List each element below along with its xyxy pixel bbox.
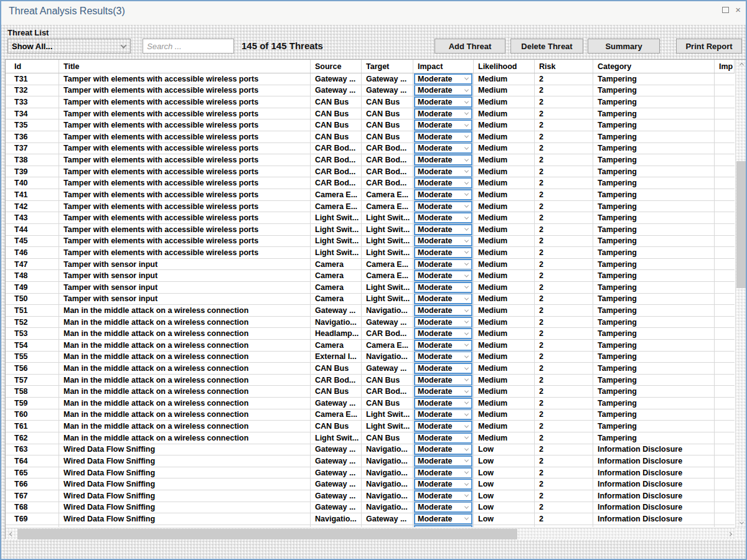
column-header-title[interactable]: Title	[59, 60, 311, 73]
table-row[interactable]: T58Man in the middle attack on a wireles…	[6, 386, 735, 398]
table-row[interactable]: T69Wired Data Flow SniffingNavigatio...G…	[6, 513, 735, 525]
impact-dropdown[interactable]: Moderate	[414, 305, 472, 316]
impact-dropdown[interactable]: Moderate	[414, 317, 472, 328]
table-row[interactable]: T56Man in the middle attack on a wireles…	[6, 363, 735, 375]
table-row[interactable]: T52Man in the middle attack on a wireles…	[6, 317, 735, 329]
table-row[interactable]: T66Wired Data Flow SniffingGateway ...Na…	[6, 478, 735, 490]
table-row[interactable]: T44Tamper with elements with accessible …	[6, 224, 735, 236]
add-threat-button[interactable]: Add Threat	[435, 39, 505, 54]
impact-dropdown[interactable]: Moderate	[414, 525, 472, 527]
table-row[interactable]: T59Man in the middle attack on a wireles…	[6, 398, 735, 409]
table-row[interactable]: T65Wired Data Flow SniffingGateway ...Na…	[6, 467, 735, 479]
impact-dropdown[interactable]: Moderate	[414, 154, 472, 166]
table-row[interactable]: T54Man in the middle attack on a wireles…	[6, 340, 735, 352]
column-header-source[interactable]: Source	[311, 60, 362, 73]
horizontal-scrollbar[interactable]	[6, 528, 735, 539]
impact-dropdown[interactable]: Moderate	[414, 478, 472, 490]
table-row[interactable]: T51Man in the middle attack on a wireles…	[6, 305, 735, 317]
table-row[interactable]: T50Tamper with sensor inputCameraLight S…	[6, 294, 735, 306]
impact-dropdown[interactable]: Moderate	[414, 513, 472, 525]
impact-dropdown[interactable]: Moderate	[414, 177, 472, 189]
table-row[interactable]: T35Tamper with elements with accessible …	[6, 119, 735, 131]
table-row[interactable]: T67Wired Data Flow SniffingGateway ...Na…	[6, 490, 735, 502]
impact-dropdown[interactable]: Moderate	[414, 444, 472, 455]
table-row[interactable]: T64Wired Data Flow SniffingGateway ...Na…	[6, 455, 735, 467]
scroll-up-icon[interactable]	[736, 60, 747, 70]
vertical-scrollbar-thumb[interactable]	[736, 161, 746, 288]
table-row[interactable]: T62Man in the middle attack on a wireles…	[6, 432, 735, 444]
impact-dropdown[interactable]: Moderate	[414, 363, 472, 374]
impact-dropdown[interactable]: Moderate	[414, 73, 472, 85]
table-row[interactable]: T47Tamper with sensor inputCameraCamera …	[6, 259, 735, 271]
table-row[interactable]: T32Tamper with elements with accessible …	[6, 85, 735, 97]
column-header-likelihood[interactable]: Likelihood	[474, 60, 535, 73]
column-header-id[interactable]: Id	[6, 60, 59, 73]
table-row[interactable]: T60Man in the middle attack on a wireles…	[6, 409, 735, 421]
table-row[interactable]: T41Tamper with elements with accessible …	[6, 189, 735, 201]
table-row[interactable]: T40Tamper with elements with accessible …	[6, 177, 735, 189]
table-row[interactable]: T63Wired Data Flow SniffingGateway ...Na…	[6, 444, 735, 456]
table-row[interactable]: T49Tamper with sensor inputCameraLight S…	[6, 282, 735, 294]
print-report-button[interactable]: Print Report	[676, 39, 742, 54]
table-row[interactable]: T38Tamper with elements with accessible …	[6, 154, 735, 166]
impact-dropdown[interactable]: Moderate	[414, 143, 472, 154]
table-row[interactable]: T48Tamper with sensor inputCameraCamera …	[6, 270, 735, 282]
table-row[interactable]: T34Tamper with elements with accessible …	[6, 108, 735, 120]
table-row[interactable]: T31Tamper with elements with accessible …	[6, 73, 735, 85]
column-header-category[interactable]: Category	[593, 60, 715, 73]
impact-dropdown[interactable]: Moderate	[414, 421, 472, 432]
impact-dropdown[interactable]: Moderate	[414, 270, 472, 281]
impact-dropdown[interactable]: Moderate	[414, 455, 472, 467]
filter-dropdown[interactable]: Show All...	[7, 39, 131, 54]
impact-dropdown[interactable]: Moderate	[414, 201, 472, 212]
impact-dropdown[interactable]: Moderate	[414, 282, 472, 293]
scroll-right-icon[interactable]	[724, 528, 735, 540]
impact-dropdown[interactable]: Moderate	[414, 131, 472, 142]
column-header-risk[interactable]: Risk	[535, 60, 593, 73]
table-row[interactable]: T46Tamper with elements with accessible …	[6, 247, 735, 259]
impact-dropdown[interactable]: Moderate	[414, 212, 472, 223]
impact-dropdown[interactable]: Moderate	[414, 96, 472, 108]
impact-dropdown[interactable]: Moderate	[414, 398, 472, 409]
impact-dropdown[interactable]: Moderate	[414, 502, 472, 513]
table-row[interactable]: T61Man in the middle attack on a wireles…	[6, 421, 735, 432]
close-icon[interactable]: ×	[735, 6, 741, 14]
impact-dropdown[interactable]: Moderate	[414, 432, 472, 444]
impact-dropdown[interactable]: Moderate	[414, 108, 472, 119]
table-row[interactable]: T57Man in the middle attack on a wireles…	[6, 375, 735, 386]
table-row[interactable]: T42Tamper with elements with accessible …	[6, 201, 735, 213]
delete-threat-button[interactable]: Delete Threat	[510, 39, 583, 54]
maximize-icon[interactable]	[722, 7, 729, 13]
impact-dropdown[interactable]: Moderate	[414, 247, 472, 258]
table-row[interactable]: T39Tamper with elements with accessible …	[6, 166, 735, 178]
impact-dropdown[interactable]: Moderate	[414, 340, 472, 351]
impact-dropdown[interactable]: Moderate	[414, 259, 472, 270]
impact-dropdown[interactable]: Moderate	[414, 352, 472, 363]
impact-dropdown[interactable]: Moderate	[414, 409, 472, 421]
table-row[interactable]: T37Tamper with elements with accessible …	[6, 143, 735, 155]
impact-dropdown[interactable]: Moderate	[414, 166, 472, 177]
impact-dropdown[interactable]: Moderate	[414, 294, 472, 305]
table-row[interactable]: T33Tamper with elements with accessible …	[6, 96, 735, 108]
table-row[interactable]: T53Man in the middle attack on a wireles…	[6, 328, 735, 340]
table-row[interactable]: T55Man in the middle attack on a wireles…	[6, 352, 735, 363]
impact-dropdown[interactable]: Moderate	[414, 189, 472, 200]
horizontal-scrollbar-thumb[interactable]	[17, 529, 517, 539]
table-row[interactable]: T45Tamper with elements with accessible …	[6, 236, 735, 248]
search-input[interactable]	[143, 39, 234, 54]
impact-dropdown[interactable]: Moderate	[414, 236, 472, 247]
table-row[interactable]: T68Wired Data Flow SniffingGateway ...Na…	[6, 502, 735, 514]
column-header-target[interactable]: Target	[362, 60, 413, 73]
impact-dropdown[interactable]: Moderate	[414, 386, 472, 397]
scroll-left-icon[interactable]	[6, 528, 17, 540]
column-header-imp[interactable]: Imp	[715, 60, 735, 73]
table-row[interactable]: T70Wired Data Flow SniffingNavigatio...G…	[6, 525, 735, 527]
table-row[interactable]: T36Tamper with elements with accessible …	[6, 131, 735, 143]
impact-dropdown[interactable]: Moderate	[414, 467, 472, 478]
vertical-scrollbar[interactable]	[735, 60, 746, 528]
impact-dropdown[interactable]: Moderate	[414, 85, 472, 96]
impact-dropdown[interactable]: Moderate	[414, 490, 472, 502]
scroll-down-icon[interactable]	[736, 518, 747, 528]
impact-dropdown[interactable]: Moderate	[414, 375, 472, 386]
column-header-impact[interactable]: Impact	[413, 60, 474, 73]
